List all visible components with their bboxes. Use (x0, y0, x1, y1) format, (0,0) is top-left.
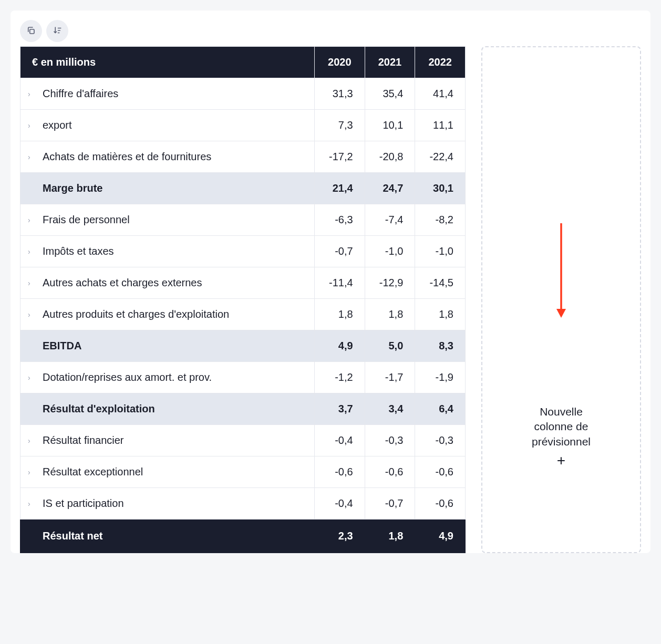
row-label: Dotation/reprises aux amort. et prov. (43, 372, 212, 383)
cell-value: -1,7 (365, 362, 415, 393)
table-row[interactable]: ›export7,310,111,1 (20, 110, 466, 141)
row-label: Chiffre d'affaires (43, 88, 118, 100)
cell-value: 30,1 (415, 173, 466, 204)
main-row: € en millions 2020 2021 2022 ›Chiffre d'… (20, 46, 641, 553)
chevron-right-icon[interactable]: › (28, 90, 33, 98)
row-label-cell: ›Chiffre d'affaires (20, 78, 315, 110)
table-row[interactable]: ›Résultat exceptionnel-0,6-0,6-0,6 (20, 456, 466, 488)
sort-button[interactable] (46, 20, 68, 42)
chevron-right-icon[interactable]: › (28, 121, 33, 130)
cell-value: -0,6 (315, 456, 365, 488)
table-row[interactable]: ›Achats de matières et de fournitures-17… (20, 141, 466, 173)
table-row[interactable]: ›Dotation/reprises aux amort. et prov.-1… (20, 362, 466, 393)
cell-value: -12,9 (365, 267, 415, 299)
row-label: Marge brute (43, 183, 102, 194)
row-label: Résultat exceptionnel (43, 466, 143, 478)
cell-value: 11,1 (415, 110, 466, 141)
cell-value: -0,6 (415, 488, 466, 520)
add-column-line2: colonne de (534, 420, 588, 432)
header-label: € en millions (20, 47, 315, 78)
copy-button[interactable] (20, 20, 42, 42)
row-label: Résultat net (43, 531, 102, 542)
table-row[interactable]: Résultat net2,31,84,9 (20, 520, 466, 553)
row-label: Impôts et taxes (43, 246, 114, 257)
add-column-line3: prévisionnel (532, 435, 591, 448)
cell-value: -0,4 (315, 488, 365, 520)
row-label-cell: Résultat net (20, 520, 315, 553)
cell-value: -1,9 (415, 362, 466, 393)
cell-value: 31,3 (315, 78, 365, 110)
cell-value: -1,0 (365, 236, 415, 267)
svg-marker-2 (556, 309, 566, 318)
cell-value: -0,3 (415, 425, 466, 456)
table-row[interactable]: Résultat d'exploitation3,73,46,4 (20, 393, 466, 425)
chevron-right-icon[interactable]: › (28, 373, 33, 382)
cell-value: -0,7 (315, 236, 365, 267)
cell-value: 8,3 (415, 330, 466, 362)
cell-value: 1,8 (415, 299, 466, 330)
chevron-right-icon[interactable]: › (28, 247, 33, 256)
table-row[interactable]: Marge brute21,424,730,1 (20, 173, 466, 204)
cell-value: -0,3 (365, 425, 415, 456)
cell-value: -1,2 (315, 362, 365, 393)
svg-rect-0 (30, 29, 34, 33)
chevron-right-icon[interactable]: › (28, 153, 33, 161)
cell-value: 3,4 (365, 393, 415, 425)
row-label-cell: ›Résultat financier (20, 425, 315, 456)
chevron-right-icon[interactable]: › (28, 279, 33, 287)
cell-value: 6,4 (415, 393, 466, 425)
cell-value: 5,0 (365, 330, 415, 362)
financial-table: € en millions 2020 2021 2022 ›Chiffre d'… (20, 46, 466, 553)
header-year-1: 2021 (365, 47, 415, 78)
table-row[interactable]: ›Autres achats et charges externes-11,4-… (20, 267, 466, 299)
cell-value: -0,6 (415, 456, 466, 488)
cell-value: -8,2 (415, 204, 466, 236)
row-label-cell: ›export (20, 110, 315, 141)
row-label: Autres achats et charges externes (43, 277, 202, 289)
cell-value: -22,4 (415, 141, 466, 173)
table-row[interactable]: ›IS et participation-0,4-0,7-0,6 (20, 488, 466, 520)
cell-value: -0,4 (315, 425, 365, 456)
add-column-text: Nouvelle colonne de prévisionnel (532, 404, 591, 449)
table-row[interactable]: ›Autres produits et charges d'exploitati… (20, 299, 466, 330)
row-label-cell: EBITDA (20, 330, 315, 362)
table-row[interactable]: ›Impôts et taxes-0,7-1,0-1,0 (20, 236, 466, 267)
cell-value: 7,3 (315, 110, 365, 141)
chevron-right-icon[interactable]: › (28, 500, 33, 508)
table-row[interactable]: ›Frais de personnel-6,3-7,4-8,2 (20, 204, 466, 236)
row-label: EBITDA (43, 340, 81, 352)
add-column-panel[interactable]: Nouvelle colonne de prévisionnel + (481, 46, 641, 553)
row-label-cell: ›Achats de matières et de fournitures (20, 141, 315, 173)
table-body: ›Chiffre d'affaires31,335,441,4›export7,… (20, 78, 466, 553)
row-label: IS et participation (43, 498, 124, 510)
row-label-cell: ›Frais de personnel (20, 204, 315, 236)
cell-value: 1,8 (315, 299, 365, 330)
cell-value: 4,9 (315, 330, 365, 362)
cell-value: 24,7 (365, 173, 415, 204)
cell-value: -1,0 (415, 236, 466, 267)
row-label: Autres produits et charges d'exploitatio… (43, 309, 229, 320)
financial-table-wrap: € en millions 2020 2021 2022 ›Chiffre d'… (20, 46, 466, 553)
cell-value: 1,8 (365, 520, 415, 553)
table-row[interactable]: ›Résultat financier-0,4-0,3-0,3 (20, 425, 466, 456)
row-label-cell: ›Autres achats et charges externes (20, 267, 315, 299)
row-label-cell: ›Impôts et taxes (20, 236, 315, 267)
chevron-right-icon[interactable]: › (28, 310, 33, 319)
chevron-right-icon[interactable]: › (28, 437, 33, 445)
table-row[interactable]: EBITDA4,95,08,3 (20, 330, 466, 362)
cell-value: 4,9 (415, 520, 466, 553)
card-container: € en millions 2020 2021 2022 ›Chiffre d'… (11, 11, 650, 553)
cell-value: -7,4 (365, 204, 415, 236)
chevron-right-icon[interactable]: › (28, 216, 33, 224)
row-label: export (43, 120, 72, 131)
cell-value: 41,4 (415, 78, 466, 110)
cell-value: 10,1 (365, 110, 415, 141)
cell-value: -20,8 (365, 141, 415, 173)
cell-value: -14,5 (415, 267, 466, 299)
table-row[interactable]: ›Chiffre d'affaires31,335,441,4 (20, 78, 466, 110)
cell-value: -0,7 (365, 488, 415, 520)
cell-value: 21,4 (315, 173, 365, 204)
row-label: Achats de matières et de fournitures (43, 151, 211, 163)
cell-value: 2,3 (315, 520, 365, 553)
chevron-right-icon[interactable]: › (28, 468, 33, 476)
